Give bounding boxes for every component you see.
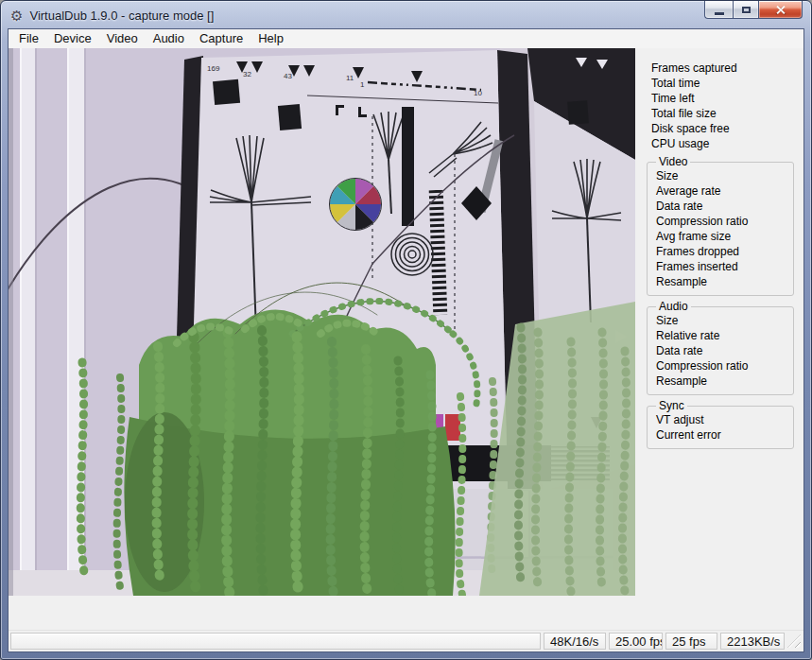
stat-audio-size: Size	[656, 313, 793, 328]
title-bar[interactable]: ⚙ VirtualDub 1.9.0 - capture mode []	[1, 1, 811, 29]
stat-video-average-rate: Average rate	[656, 183, 793, 199]
stat-video-data-rate: Data rate	[656, 199, 793, 214]
menu-item-audio[interactable]: Audio	[146, 29, 192, 48]
stat-audio-relative-rate: Relative rate	[656, 328, 793, 343]
stat-time-left: Time left	[651, 91, 799, 106]
menu-item-capture[interactable]: Capture	[192, 29, 251, 48]
group-audio-title: Audio	[656, 301, 691, 313]
status-bar: 48K/16/s 25.00 fps 25 fps 2213KB/s	[9, 630, 803, 651]
menu-item-help[interactable]: Help	[251, 29, 291, 48]
capture-stats-panel: Frames captured Total time Time left Tot…	[635, 48, 803, 630]
virtualdub-window: ⚙ VirtualDub 1.9.0 - capture mode [] Fil…	[0, 0, 812, 660]
stat-audio-resample: Resample	[656, 373, 793, 389]
close-icon	[775, 5, 786, 15]
chart-color-wheel	[330, 179, 382, 231]
stat-sync-vt-adjust: VT adjust	[656, 412, 793, 427]
stat-video-frames-dropped: Frames dropped	[656, 244, 793, 259]
stat-video-frames-inserted: Frames inserted	[656, 259, 793, 274]
client-area: File Device Video Audio Capture Help	[9, 29, 803, 651]
stat-cpu-usage: CPU usage	[651, 136, 799, 151]
maximize-button[interactable]	[733, 1, 759, 19]
stat-disk-space-free: Disk space free	[651, 121, 799, 136]
stat-video-avg-frame-size: Avg frame size	[656, 229, 793, 244]
stat-video-compression-ratio: Compression ratio	[656, 214, 793, 229]
group-sync-title: Sync	[656, 400, 687, 412]
status-audio-format: 48K/16/s	[544, 633, 606, 650]
menu-item-device[interactable]: Device	[46, 29, 99, 48]
status-data-rate: 2213KB/s	[720, 633, 785, 650]
svg-text:1: 1	[360, 80, 365, 89]
group-video: Video Size Average rate Data rate Compre…	[647, 156, 794, 296]
svg-text:32: 32	[243, 70, 251, 78]
minimize-icon	[715, 12, 724, 15]
maximize-icon	[742, 7, 751, 13]
content-area: 169 32 43 11 1 10	[9, 48, 803, 630]
stat-total-time: Total time	[651, 76, 799, 91]
svg-text:43: 43	[284, 72, 292, 80]
camera-preview-image: 169 32 43 11 1 10	[9, 48, 635, 596]
resize-grip[interactable]	[787, 634, 801, 648]
stat-audio-compression-ratio: Compression ratio	[656, 358, 793, 373]
status-message	[10, 633, 541, 650]
status-target-fps: 25 fps	[665, 633, 717, 650]
stat-video-size: Size	[656, 168, 793, 183]
menu-bar: File Device Video Audio Capture Help	[9, 29, 803, 48]
stat-total-file-size: Total file size	[651, 106, 799, 121]
group-video-title: Video	[656, 156, 690, 168]
close-button[interactable]	[759, 1, 803, 19]
app-icon: ⚙	[10, 9, 23, 23]
stat-sync-current-error: Current error	[656, 427, 793, 443]
group-sync: Sync VT adjust Current error	[647, 400, 794, 449]
svg-text:169: 169	[207, 64, 220, 73]
menu-item-video[interactable]: Video	[99, 29, 146, 48]
group-audio: Audio Size Relative rate Data rate Compr…	[647, 301, 794, 395]
caption-buttons	[704, 1, 803, 20]
stat-frames-captured: Frames captured	[651, 61, 799, 76]
minimize-button[interactable]	[704, 1, 733, 19]
stat-video-resample: Resample	[656, 274, 793, 289]
stat-audio-data-rate: Data rate	[656, 343, 793, 358]
menu-item-file[interactable]: File	[11, 29, 46, 48]
svg-text:11: 11	[346, 74, 354, 82]
video-preview: 169 32 43 11 1 10	[9, 48, 635, 596]
status-capture-fps: 25.00 fps	[609, 633, 663, 650]
window-title: VirtualDub 1.9.0 - capture mode []	[29, 9, 214, 23]
